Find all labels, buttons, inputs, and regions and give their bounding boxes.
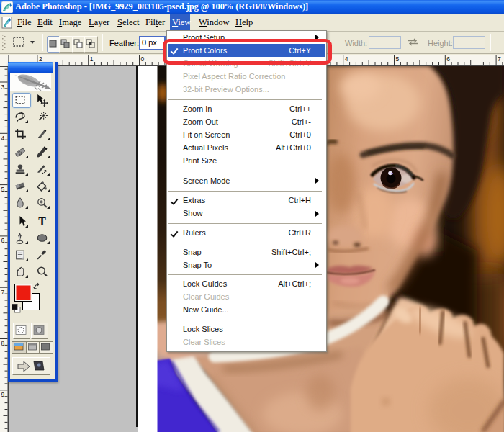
svg-text:5: 5	[1, 186, 5, 193]
svg-text:7: 7	[498, 55, 501, 63]
svg-text:0: 0	[141, 55, 145, 63]
svg-text:4: 4	[345, 55, 348, 63]
svg-text:7: 7	[1, 289, 5, 296]
svg-text:9: 9	[1, 391, 5, 398]
svg-text:6: 6	[1, 237, 5, 244]
svg-text:T: T	[38, 215, 46, 228]
svg-text:3: 3	[1, 84, 5, 91]
svg-text:1: 1	[90, 55, 94, 63]
svg-text:6: 6	[446, 55, 450, 63]
svg-text:8: 8	[1, 340, 5, 347]
svg-text:5: 5	[396, 55, 400, 63]
svg-text:4: 4	[1, 135, 5, 142]
